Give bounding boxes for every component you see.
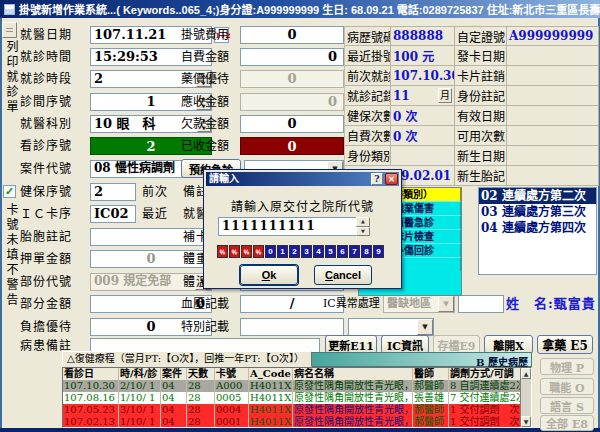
visit-date-label: 就醫日期 bbox=[20, 26, 72, 44]
info-label: 健保次數 bbox=[345, 106, 391, 126]
scroll-up-icon[interactable]: ▲ bbox=[521, 368, 531, 379]
digit-key[interactable]: 6 bbox=[337, 245, 348, 258]
special-note-field[interactable] bbox=[240, 318, 344, 336]
info-value bbox=[507, 146, 599, 166]
table-row[interactable]: 107.05.23 3/10/ 1 04 28 0004 H4011X1 原發性… bbox=[63, 404, 520, 416]
med-type-cell[interactable]: 職業傷害 bbox=[393, 201, 461, 215]
occupational-button: 職能 O bbox=[540, 378, 594, 395]
cell-tsd: 1/10/ 1 bbox=[119, 416, 161, 427]
info-value bbox=[507, 166, 599, 186]
spin-up-icon[interactable]: ▲ bbox=[356, 217, 370, 227]
cell-card: A000 bbox=[215, 380, 249, 392]
print-voucher-label: 列印就診單 bbox=[3, 40, 20, 115]
cell-card: 0005 bbox=[215, 392, 249, 404]
cell-disease: 原發性隅角開放性青光眼，輕度期別 bbox=[293, 416, 413, 427]
digit-key[interactable]: 9 bbox=[373, 245, 384, 258]
quick-key[interactable]: ％ bbox=[253, 245, 264, 258]
digit-key[interactable]: 5 bbox=[325, 245, 336, 258]
title-bar[interactable]: 掛號新增作業系統...( Keywords..065_4;)身分證:A99999… bbox=[0, 0, 600, 18]
ok-button[interactable]: Ok bbox=[240, 265, 298, 285]
scroll-down-icon[interactable]: ▼ bbox=[521, 416, 531, 427]
nhi-seq-field[interactable]: 2 bbox=[90, 183, 136, 201]
ok-button-label: Ok bbox=[262, 269, 277, 281]
info-label: 卡片註銷 bbox=[455, 66, 507, 86]
cancel-button[interactable]: Cancel bbox=[314, 265, 372, 285]
table-row[interactable]: 107.02.13 1/10/ 1 04 28 0001 H4011X1 原發性… bbox=[63, 416, 520, 427]
digit-key[interactable]: 1 bbox=[277, 245, 288, 258]
cell-card: 0001 bbox=[215, 416, 249, 427]
cell-method: 1 交付調劑 次 bbox=[449, 416, 520, 427]
app-icon bbox=[4, 4, 15, 15]
info-label: 前次就診 bbox=[345, 66, 391, 86]
history-table: 看診日 時/科/診 案件 天數 卡號 A_Code 病名名稱 醫師 調劑方式/可… bbox=[62, 367, 532, 428]
col-header: 案件 bbox=[161, 368, 187, 380]
info-label: 可用次數 bbox=[455, 126, 507, 146]
self-pay-field[interactable]: 0 bbox=[240, 48, 344, 66]
digit-key[interactable]: 8 bbox=[361, 245, 372, 258]
reg-fee-field[interactable]: 0 bbox=[240, 26, 344, 44]
get-meds-e5-button[interactable]: 拿藥 E5 bbox=[537, 335, 593, 354]
col-header: 調劑方式/可調 bbox=[449, 368, 520, 380]
quick-key[interactable]: ％ bbox=[241, 245, 252, 258]
nhi-seq-prev-label[interactable]: 前次 bbox=[142, 183, 168, 201]
cell-case: 04 bbox=[161, 392, 187, 404]
print-tool-icon[interactable] bbox=[2, 22, 17, 38]
bp-label: 血壓記載 bbox=[181, 295, 229, 313]
rx-list-item[interactable]: 04 連續處方第四次 bbox=[479, 220, 596, 236]
table-row[interactable]: 107.08.16 1/10/ 1 04 28 0005 H4011X1 原發性… bbox=[63, 392, 520, 404]
col-header: A_Code bbox=[249, 368, 293, 380]
dialog-spinner[interactable]: ▲ ▼ bbox=[356, 217, 370, 236]
owed-field[interactable]: 0 bbox=[240, 115, 344, 133]
rx-list-item[interactable]: 03 連續處方第三次 bbox=[479, 204, 596, 220]
med-type-cell[interactable]: 西醫急診 bbox=[393, 215, 461, 229]
cell-tsd: 3/10/ 1 bbox=[119, 404, 161, 416]
ic-seq-recent-label[interactable]: 最近 bbox=[142, 205, 168, 223]
dialog-prompt: 請輸入原交付之院所代號 bbox=[204, 197, 401, 214]
cell-doctor: 郝醫師 bbox=[413, 404, 449, 416]
discount-label: 負擔優待 bbox=[20, 318, 72, 336]
digit-key[interactable]: 7 bbox=[349, 245, 360, 258]
hospital-code-input[interactable]: 1111111111 bbox=[218, 217, 370, 236]
table-scrollbar[interactable]: ▲ ▼ bbox=[520, 368, 531, 427]
digit-key[interactable]: 2 bbox=[289, 245, 300, 258]
quick-key[interactable]: ％ bbox=[217, 245, 228, 258]
rx-listbox[interactable]: 02 連續處方第二次 03 連續處方第三次 04 連續處方第四次 bbox=[478, 187, 597, 275]
all-e8-button: 全部 E8 bbox=[540, 415, 594, 431]
cell-doctor: 郝醫師 bbox=[413, 416, 449, 427]
col-header: 病名名稱 bbox=[293, 368, 413, 380]
drug-discount-label: 藥價優待 bbox=[181, 70, 229, 88]
special-combo-arrow-icon[interactable]: ▼ bbox=[417, 319, 433, 335]
ic-seq-field[interactable]: IC02 bbox=[90, 205, 136, 223]
cell-days: 28 bbox=[187, 392, 215, 404]
due-label: 應收金額 bbox=[181, 93, 229, 111]
table-row[interactable]: 107.10.30 2/10/ 1 04 28 A000 H4011X1 原發性… bbox=[63, 380, 520, 392]
info-value bbox=[507, 106, 599, 126]
ic-error-field[interactable] bbox=[458, 295, 504, 313]
patient-name: 姓 名:甄富貴 bbox=[506, 293, 596, 312]
patient-name-value: 甄富貴 bbox=[554, 296, 596, 311]
cell-acode: H4011X1 bbox=[249, 392, 293, 404]
spin-down-icon[interactable]: ▼ bbox=[356, 227, 370, 237]
digit-key[interactable]: 0 bbox=[265, 245, 276, 258]
no-card-warning-label: 卡號未填不警告 bbox=[3, 203, 20, 308]
month-button[interactable]: 月 bbox=[438, 88, 452, 103]
no-card-warning-checkbox[interactable]: ✓ bbox=[3, 185, 16, 198]
col-header: 看診日 bbox=[63, 368, 119, 380]
info-label: 最近掛號 bbox=[345, 46, 391, 66]
help-icon[interactable]: ? bbox=[371, 173, 383, 185]
med-type-cell[interactable] bbox=[393, 257, 461, 271]
cell-tsd: 2/10/ 1 bbox=[119, 380, 161, 392]
quick-key[interactable]: ％ bbox=[229, 245, 240, 258]
ic-error-combo-arrow-icon: ▼ bbox=[438, 296, 454, 312]
close-icon[interactable]: ✕ bbox=[385, 173, 398, 185]
digit-key[interactable]: 4 bbox=[313, 245, 324, 258]
med-type-cell[interactable]: 外傷回診 bbox=[393, 243, 461, 257]
col-header: 醫師 bbox=[413, 368, 449, 380]
digit-key[interactable]: 3 bbox=[301, 245, 312, 258]
deposit-label: 押單金額 bbox=[20, 250, 72, 268]
room-label: 診間序號 bbox=[20, 93, 72, 111]
tab-rehab[interactable]: △復健療程（當月PT:【O次】，回推一年PT:【O次】） bbox=[62, 351, 312, 367]
med-type-cell[interactable]: 抹片檢查 bbox=[393, 229, 461, 243]
rx-list-item[interactable]: 02 連續處方第二次 bbox=[479, 188, 596, 204]
session-label: 就診時段 bbox=[20, 70, 72, 88]
